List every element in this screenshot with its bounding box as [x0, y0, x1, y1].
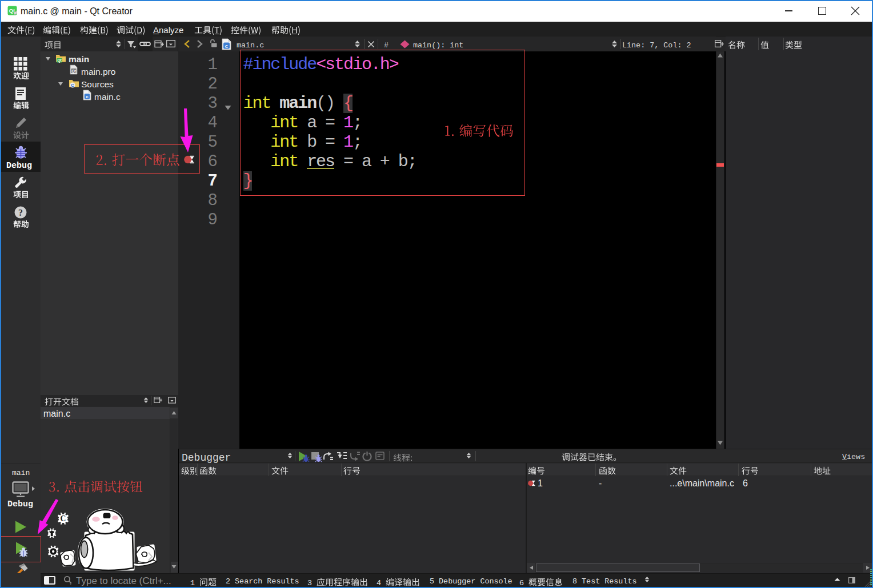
svg-text:Qt: Qt — [71, 69, 76, 74]
svg-text:c: c — [225, 43, 228, 49]
svg-text:Qt: Qt — [57, 58, 62, 63]
svg-text:c: c — [86, 94, 89, 99]
svg-text:C: C — [61, 514, 66, 523]
svg-text:C: C — [71, 83, 74, 88]
svg-text:?: ? — [18, 208, 23, 218]
